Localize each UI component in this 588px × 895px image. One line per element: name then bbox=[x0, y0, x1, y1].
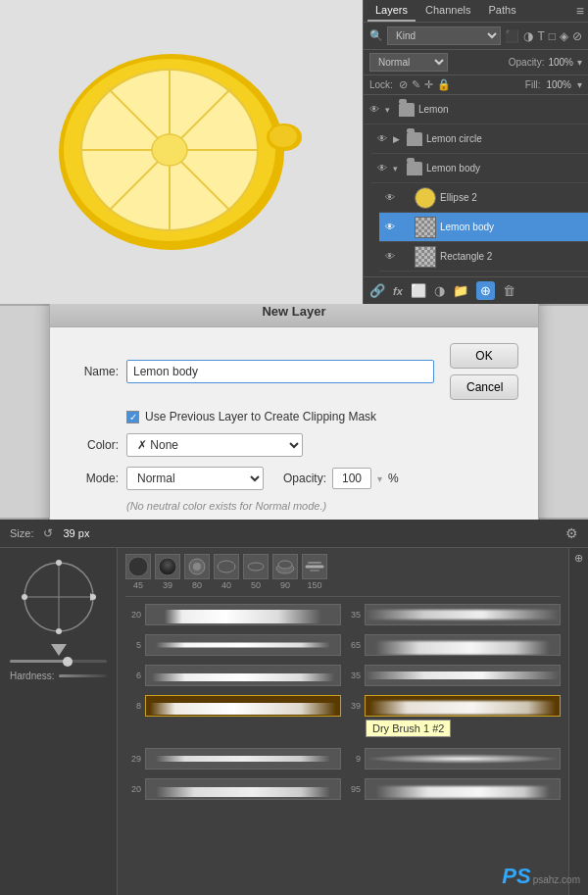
brush-header: Size: ↺ 39 px ⚙ bbox=[0, 520, 588, 548]
brush-thumb-right[interactable] bbox=[365, 748, 561, 770]
brush-preset-39[interactable]: 39 bbox=[155, 554, 180, 590]
text-filter-icon[interactable]: T bbox=[537, 29, 544, 43]
layers-panel: Layers Channels Paths ≡ 🔍 Kind ⬛ ◑ T □ ◈… bbox=[363, 0, 588, 304]
dialog-mode-row: Mode: Normal Opacity: ▾ % bbox=[70, 467, 518, 490]
layer-item-lemon-body[interactable]: 👁 Lemon body bbox=[379, 213, 588, 242]
brush-row-6: 20 95 bbox=[125, 775, 561, 803]
dialog-mode-label: Mode: bbox=[70, 472, 119, 485]
pixel-filter-icon[interactable]: ⬛ bbox=[505, 29, 519, 43]
size-slider-thumb[interactable] bbox=[63, 657, 73, 667]
opacity-input[interactable] bbox=[332, 468, 371, 489]
new-layer-icon[interactable]: ⊕ bbox=[476, 281, 495, 300]
visibility-icon[interactable]: 👁 bbox=[383, 250, 397, 264]
new-layer-right-icon[interactable]: ⊕ bbox=[574, 552, 583, 565]
fx-icon[interactable]: fx bbox=[393, 285, 403, 297]
brush-thumb-left[interactable] bbox=[145, 634, 341, 656]
svg-point-10 bbox=[270, 125, 297, 147]
cancel-button[interactable]: Cancel bbox=[450, 374, 518, 400]
brush-preset-50[interactable]: 50 bbox=[243, 554, 269, 590]
ps-logo-text: PS bbox=[502, 866, 530, 887]
brush-reset-icon[interactable]: ↺ bbox=[43, 526, 53, 540]
opacity-value: 100% bbox=[548, 57, 573, 68]
layers-tab-channels[interactable]: Channels bbox=[417, 0, 478, 22]
adjustment-icon[interactable]: ◑ bbox=[434, 283, 445, 298]
ps-logo-area: PS psahz.com bbox=[502, 866, 580, 887]
fill-chevron[interactable]: ▾ bbox=[577, 79, 582, 90]
layers-tab-paths[interactable]: Paths bbox=[481, 0, 524, 22]
svg-point-22 bbox=[193, 563, 201, 571]
layer-name-input[interactable] bbox=[126, 360, 434, 383]
filter-toggle-icon[interactable]: ⊘ bbox=[572, 29, 582, 43]
brush-preset-80[interactable]: 80 bbox=[184, 554, 210, 590]
brush-settings-icon[interactable]: ⚙ bbox=[565, 525, 578, 541]
layer-item-lemon[interactable]: 👁 ▾ Lemon bbox=[364, 95, 588, 124]
dialog-checkbox-row: ✓ Use Previous Layer to Create Clipping … bbox=[126, 410, 518, 423]
clipping-mask-checkbox[interactable]: ✓ bbox=[126, 411, 139, 423]
opacity-dropdown-icon[interactable]: ▾ bbox=[377, 473, 382, 484]
delete-icon[interactable]: 🗑 bbox=[503, 283, 515, 298]
visibility-icon[interactable]: 👁 bbox=[375, 132, 389, 146]
shape-filter-icon[interactable]: □ bbox=[549, 29, 556, 43]
expand-icon[interactable]: ▾ bbox=[393, 164, 403, 174]
layer-name: Lemon body bbox=[426, 163, 584, 174]
brush-preset-45[interactable]: 45 bbox=[125, 554, 151, 590]
brush-preset-thumb bbox=[214, 554, 239, 579]
layers-tab-layers[interactable]: Layers bbox=[368, 0, 416, 22]
new-layer-dialog: New Layer Name: OK Cancel ✓ Use Previous… bbox=[49, 295, 539, 528]
lock-artboard-icon[interactable]: 🔒 bbox=[437, 78, 451, 91]
dialog-name-label: Name: bbox=[70, 365, 119, 378]
brush-preset-90[interactable]: 90 bbox=[272, 554, 298, 590]
smart-filter-icon[interactable]: ◈ bbox=[560, 29, 568, 43]
mode-select[interactable]: Normal bbox=[126, 467, 264, 490]
folder-icon bbox=[407, 132, 422, 146]
layer-item-lemon-body-group[interactable]: 👁 ▾ Lemon body bbox=[371, 154, 588, 183]
lock-icons: ⊘ ✎ ✛ 🔒 bbox=[399, 78, 451, 91]
expand-icon[interactable]: ▶ bbox=[393, 134, 403, 144]
layers-kind-select[interactable]: Kind bbox=[387, 26, 501, 45]
visibility-icon[interactable]: 👁 bbox=[383, 221, 397, 234]
blend-mode-select[interactable]: Normal bbox=[369, 53, 448, 72]
brush-preset-150[interactable]: 150 bbox=[302, 554, 327, 590]
brush-thumb-right[interactable] bbox=[365, 778, 561, 800]
mask-icon[interactable]: ⬜ bbox=[411, 283, 426, 298]
layer-item-rectangle2[interactable]: 👁 Rectangle 2 bbox=[379, 242, 588, 272]
lemon-illustration bbox=[44, 34, 318, 270]
fill-label: Fill: bbox=[525, 79, 541, 90]
lock-position-icon[interactable]: ✛ bbox=[424, 78, 433, 91]
ok-button[interactable]: OK bbox=[450, 343, 518, 369]
brush-thumb-left-highlighted[interactable] bbox=[145, 695, 341, 717]
brush-thumb-right[interactable] bbox=[365, 604, 561, 625]
brush-thumb-right[interactable] bbox=[365, 665, 561, 686]
brush-thumb-right[interactable] bbox=[365, 634, 561, 656]
separator bbox=[125, 596, 561, 597]
size-slider[interactable] bbox=[10, 660, 107, 663]
dialog-opacity-group: Opacity: ▾ % bbox=[283, 468, 399, 489]
hardness-slider[interactable] bbox=[59, 674, 107, 677]
brush-thumb-left[interactable] bbox=[145, 778, 341, 800]
brush-thumb-left[interactable] bbox=[145, 748, 341, 770]
visibility-icon[interactable]: 👁 bbox=[375, 162, 389, 175]
layer-item-lemon-circle[interactable]: 👁 ▶ Lemon circle bbox=[371, 124, 588, 154]
visibility-icon[interactable]: 👁 bbox=[368, 103, 381, 117]
expand-icon[interactable]: ▾ bbox=[385, 105, 395, 115]
brush-panel: Size: ↺ 39 px ⚙ bbox=[0, 520, 588, 895]
layer-item-ellipse2[interactable]: 👁 Ellipse 2 bbox=[379, 183, 588, 213]
visibility-icon[interactable]: 👁 bbox=[383, 191, 397, 205]
brush-thumb-right-highlighted[interactable]: Dry Brush 1 #2 bbox=[365, 695, 561, 717]
layer-name: Rectangle 2 bbox=[440, 251, 584, 262]
link-icon[interactable]: 🔗 bbox=[369, 283, 385, 298]
size-label: Size: bbox=[10, 527, 33, 539]
layers-menu-icon[interactable]: ≡ bbox=[576, 3, 584, 19]
opacity-chevron[interactable]: ▾ bbox=[577, 57, 582, 68]
svg-point-19 bbox=[128, 557, 148, 576]
adjustment-filter-icon[interactable]: ◑ bbox=[523, 29, 533, 43]
brush-thumb-left[interactable] bbox=[145, 665, 341, 686]
brush-row-4: 8 39 Dry Brush 1 #2 bbox=[125, 692, 561, 720]
lock-transparent-icon[interactable]: ⊘ bbox=[399, 78, 408, 91]
brush-preset-40[interactable]: 40 bbox=[214, 554, 239, 590]
brush-thumb-left[interactable] bbox=[145, 604, 341, 625]
clipping-mask-label: Use Previous Layer to Create Clipping Ma… bbox=[145, 410, 376, 423]
folder-new-icon[interactable]: 📁 bbox=[453, 283, 468, 298]
color-select[interactable]: ✗ None bbox=[126, 433, 303, 457]
lock-image-icon[interactable]: ✎ bbox=[412, 78, 420, 91]
